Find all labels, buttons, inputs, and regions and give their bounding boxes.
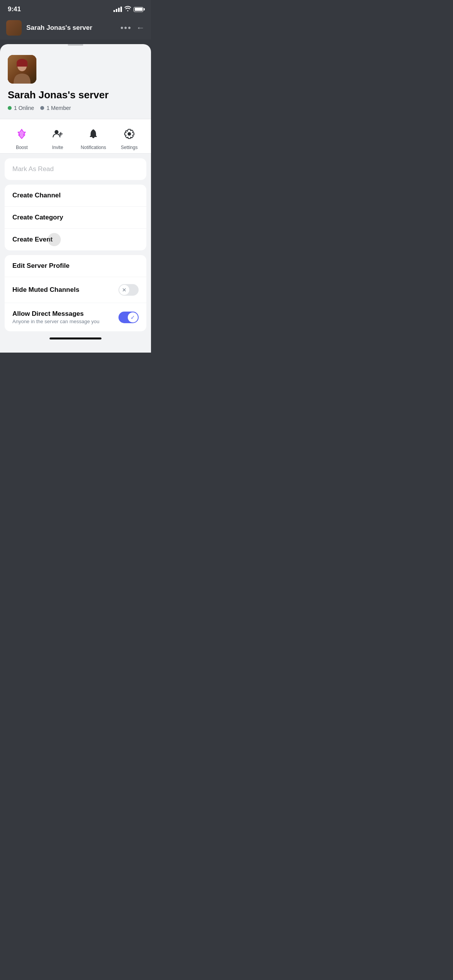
status-bar: 9:41 — [0, 0, 151, 16]
invite-label: Invite — [52, 145, 63, 150]
edit-server-profile-label: Edit Server Profile — [12, 262, 139, 270]
action-row: Boost Invite Noti — [0, 119, 151, 154]
svg-point-5 — [55, 130, 58, 134]
settings-icon — [121, 125, 138, 142]
more-options-button[interactable]: ••• — [120, 23, 132, 33]
online-dot — [8, 106, 12, 110]
allow-direct-messages-text: Allow Direct Messages Anyone in the serv… — [12, 310, 118, 324]
invite-icon — [49, 125, 66, 142]
top-server-name: Sarah Jonas's server — [26, 24, 116, 32]
battery-icon — [134, 7, 143, 12]
notifications-icon — [85, 125, 102, 142]
home-indicator — [50, 338, 101, 339]
member-dot — [40, 106, 44, 110]
online-count: 1 Online — [14, 105, 34, 111]
create-menu-card: Create Channel Create Category Create Ev… — [5, 185, 146, 250]
mark-as-read-card[interactable]: Mark As Read — [5, 158, 146, 180]
invite-action[interactable]: Invite — [40, 125, 76, 150]
edit-server-profile-text: Edit Server Profile — [12, 262, 139, 270]
settings-menu-card: Edit Server Profile Hide Muted Channels … — [5, 255, 146, 331]
toggle-x-icon: ✕ — [122, 287, 127, 293]
create-category-item[interactable]: Create Category — [5, 207, 146, 229]
svg-rect-4 — [17, 63, 27, 67]
create-channel-label: Create Channel — [12, 192, 61, 199]
member-stats: 1 Online 1 Member — [8, 105, 143, 111]
toggle-knob-off: ✕ — [119, 285, 129, 295]
settings-action[interactable]: Settings — [112, 125, 148, 150]
status-icons — [113, 6, 143, 13]
server-profile: Sarah Jonas's server 1 Online 1 Member — [0, 52, 151, 119]
settings-label: Settings — [121, 145, 137, 150]
svg-rect-8 — [90, 136, 97, 137]
boost-icon — [13, 125, 30, 142]
hide-muted-channels-label: Hide Muted Channels — [12, 286, 118, 294]
online-stat: 1 Online — [8, 105, 34, 111]
edit-server-profile-item[interactable]: Edit Server Profile — [5, 255, 146, 277]
top-server-avatar — [6, 20, 22, 36]
drag-handle[interactable] — [68, 44, 83, 46]
create-category-label: Create Category — [12, 214, 63, 221]
allow-direct-messages-toggle[interactable]: ✓ — [118, 312, 139, 323]
wifi-icon — [124, 6, 131, 13]
create-event-label: Create Event — [12, 236, 53, 243]
back-button[interactable]: ← — [136, 23, 145, 33]
toggle-check-icon: ✓ — [130, 314, 135, 320]
create-event-item[interactable]: Create Event — [5, 229, 146, 250]
server-avatar — [8, 55, 36, 84]
hide-muted-channels-toggle[interactable]: ✕ — [118, 284, 139, 296]
member-stat: 1 Member — [40, 105, 71, 111]
boost-label: Boost — [16, 145, 28, 150]
allow-direct-messages-item[interactable]: Allow Direct Messages Anyone in the serv… — [5, 303, 146, 331]
create-channel-item[interactable]: Create Channel — [5, 185, 146, 207]
mark-as-read-label: Mark As Read — [12, 165, 54, 173]
allow-direct-messages-label: Allow Direct Messages — [12, 310, 118, 318]
hide-muted-channels-item[interactable]: Hide Muted Channels ✕ — [5, 277, 146, 303]
allow-direct-messages-sublabel: Anyone in the server can message you — [12, 319, 118, 324]
server-name: Sarah Jonas's server — [8, 89, 143, 101]
notifications-action[interactable]: Notifications — [76, 125, 112, 150]
status-time: 9:41 — [8, 5, 21, 13]
member-count: 1 Member — [46, 105, 71, 111]
top-header: Sarah Jonas's server ••• ← — [0, 16, 151, 39]
bottom-sheet: Sarah Jonas's server 1 Online 1 Member B… — [0, 44, 151, 353]
hide-muted-channels-text: Hide Muted Channels — [12, 286, 118, 294]
toggle-knob-on: ✓ — [128, 312, 138, 322]
boost-action[interactable]: Boost — [4, 125, 40, 150]
signal-icon — [113, 7, 122, 12]
notifications-label: Notifications — [81, 145, 106, 150]
